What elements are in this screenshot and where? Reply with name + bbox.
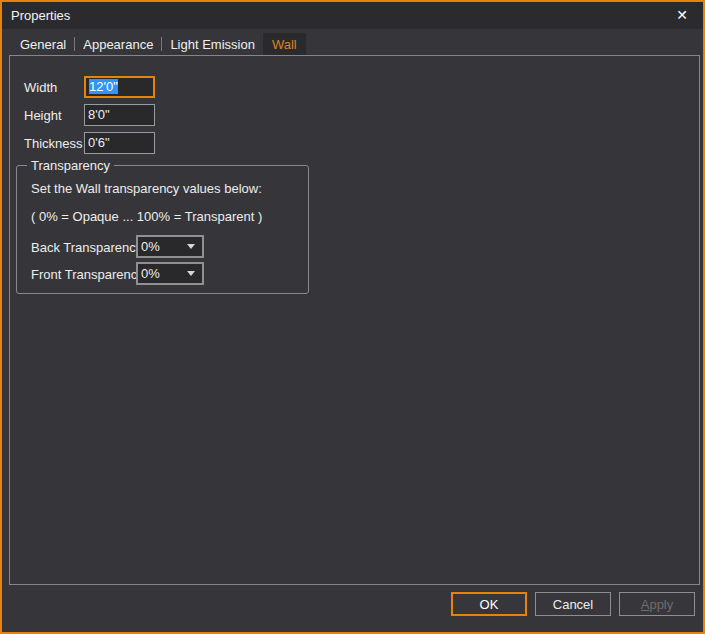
properties-dialog: Properties ✕ General Appearance Light Em…: [0, 0, 705, 634]
chevron-down-icon: [187, 244, 195, 249]
ok-button[interactable]: OK: [451, 592, 527, 616]
width-label: Width: [24, 80, 57, 95]
tab-appearance-label: Appearance: [83, 37, 153, 52]
apply-button[interactable]: Apply: [619, 592, 695, 616]
transparency-legend: Transparency: [27, 158, 114, 173]
tab-wall-label: Wall: [272, 37, 297, 52]
apply-button-rest: pply: [649, 597, 673, 612]
back-transparency-dropdown[interactable]: 0%: [136, 235, 204, 258]
back-transparency-value: 0%: [141, 239, 187, 254]
close-button[interactable]: ✕: [667, 4, 697, 27]
thickness-input-value: 0'6": [88, 135, 110, 150]
back-transparency-label: Back Transparency:: [31, 240, 146, 255]
tab-bar: General Appearance Light Emission Wall: [12, 33, 306, 55]
transparency-instruction: Set the Wall transparency values below:: [31, 181, 262, 196]
thickness-input[interactable]: 0'6": [84, 132, 155, 154]
transparency-groupbox: Transparency Set the Wall transparency v…: [16, 165, 309, 294]
chevron-down-icon: [187, 271, 195, 276]
close-icon: ✕: [676, 7, 688, 23]
front-transparency-dropdown[interactable]: 0%: [136, 262, 204, 285]
tab-light-emission-label: Light Emission: [170, 37, 255, 52]
transparency-range-note: ( 0% = Opaque ... 100% = Transparent ): [31, 209, 262, 224]
height-input-value: 8'0": [88, 107, 110, 122]
tab-light-emission[interactable]: Light Emission: [162, 33, 263, 55]
height-label: Height: [24, 108, 62, 123]
thickness-label: Thickness: [24, 136, 83, 151]
window-title: Properties: [11, 8, 70, 23]
title-bar: Properties ✕: [2, 2, 703, 29]
tab-general-label: General: [20, 37, 66, 52]
front-transparency-value: 0%: [141, 266, 187, 281]
cancel-button[interactable]: Cancel: [535, 592, 611, 616]
tab-general[interactable]: General: [12, 33, 74, 55]
tab-wall[interactable]: Wall: [263, 33, 306, 55]
height-input[interactable]: 8'0": [84, 104, 155, 126]
tab-appearance[interactable]: Appearance: [75, 33, 161, 55]
width-input[interactable]: 12'0": [84, 76, 155, 98]
front-transparency-label: Front Transparency:: [31, 267, 147, 282]
width-input-value: 12'0": [89, 79, 118, 94]
